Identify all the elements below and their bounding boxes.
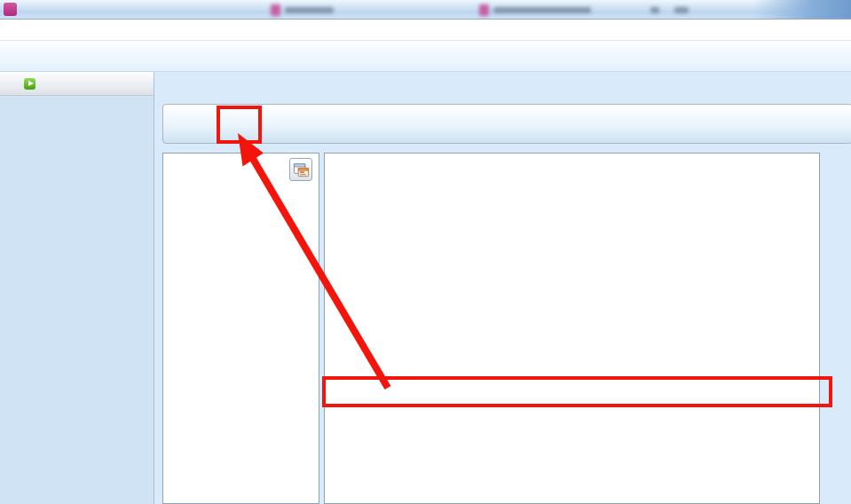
- panel-toggle-button[interactable]: [289, 158, 312, 181]
- blurred-window-title: [271, 4, 334, 17]
- menu-table-panel: [324, 153, 820, 504]
- blurred-app-icon: [271, 4, 280, 16]
- module-tree-panel: [162, 153, 319, 504]
- blurred-window-title: [479, 4, 591, 17]
- sidebar: [0, 72, 154, 504]
- menu-bar: [0, 20, 851, 41]
- titlebar: [0, 0, 851, 20]
- quick-launch-toolbar: [0, 41, 851, 72]
- layout-panels-icon: [293, 161, 310, 178]
- app-logo-icon: [4, 3, 17, 16]
- action-toolbar: [162, 104, 851, 144]
- titlebar-right-shade: [753, 0, 851, 19]
- blurred-window-title: [650, 4, 689, 17]
- sidebar-header: [0, 72, 154, 96]
- blurred-app-icon: [479, 4, 489, 16]
- play-icon: [24, 78, 35, 90]
- erp-window: { "titlebar": { "logo": "W", "title": "新…: [0, 0, 851, 504]
